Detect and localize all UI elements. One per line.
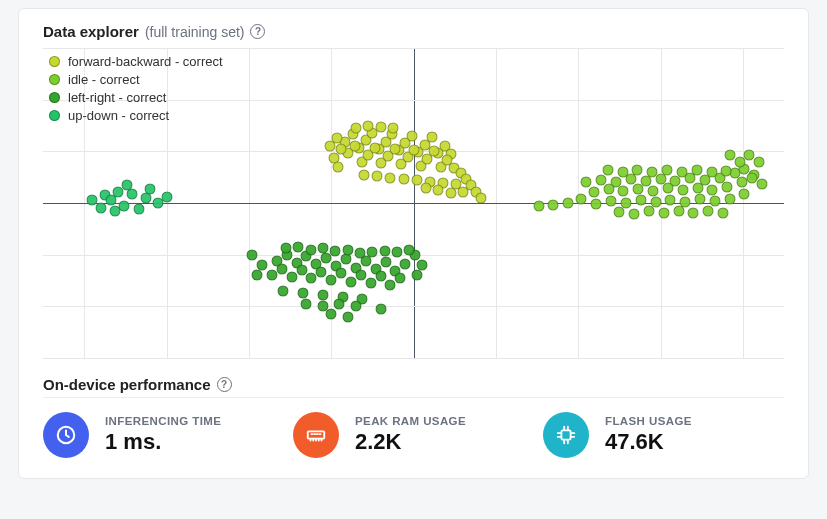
data-point[interactable]: [707, 184, 718, 195]
data-point[interactable]: [658, 208, 669, 219]
data-point[interactable]: [643, 205, 654, 216]
data-point[interactable]: [618, 186, 629, 197]
data-point[interactable]: [676, 167, 687, 178]
data-point[interactable]: [336, 268, 347, 279]
data-point[interactable]: [744, 150, 755, 161]
data-point[interactable]: [326, 274, 337, 285]
data-point[interactable]: [334, 298, 345, 309]
data-point[interactable]: [721, 165, 732, 176]
data-point[interactable]: [145, 183, 156, 194]
data-point[interactable]: [385, 279, 396, 290]
data-point[interactable]: [392, 247, 403, 258]
data-point[interactable]: [533, 201, 544, 212]
data-point[interactable]: [332, 161, 343, 172]
data-point[interactable]: [754, 156, 765, 167]
data-point[interactable]: [280, 243, 291, 254]
data-point[interactable]: [476, 192, 487, 203]
data-point[interactable]: [756, 179, 767, 190]
data-point[interactable]: [734, 156, 745, 167]
data-point[interactable]: [588, 186, 599, 197]
legend-item[interactable]: up-down - correct: [49, 108, 223, 123]
data-point[interactable]: [375, 121, 386, 132]
data-point[interactable]: [298, 287, 309, 298]
data-point[interactable]: [718, 208, 729, 219]
data-point[interactable]: [633, 183, 644, 194]
data-point[interactable]: [576, 193, 587, 204]
data-point[interactable]: [305, 244, 316, 255]
data-point[interactable]: [420, 182, 431, 193]
data-point[interactable]: [317, 243, 328, 254]
data-point[interactable]: [722, 181, 733, 192]
data-point[interactable]: [724, 193, 735, 204]
data-point[interactable]: [691, 164, 702, 175]
data-point[interactable]: [629, 209, 640, 220]
data-point[interactable]: [306, 273, 317, 284]
scatter-chart[interactable]: forward-backward - correctidle - correct…: [43, 48, 784, 358]
data-point[interactable]: [445, 187, 456, 198]
data-point[interactable]: [342, 311, 353, 322]
data-point[interactable]: [695, 194, 706, 205]
data-point[interactable]: [677, 185, 688, 196]
data-point[interactable]: [433, 184, 444, 195]
data-point[interactable]: [369, 142, 380, 153]
data-point[interactable]: [379, 245, 390, 256]
data-point[interactable]: [257, 260, 268, 271]
data-point[interactable]: [647, 167, 658, 178]
data-point[interactable]: [355, 269, 366, 280]
data-point[interactable]: [591, 199, 602, 210]
data-point[interactable]: [350, 141, 361, 152]
data-point[interactable]: [109, 205, 120, 216]
data-point[interactable]: [266, 270, 277, 281]
data-point[interactable]: [385, 172, 396, 183]
data-point[interactable]: [548, 200, 559, 211]
data-point[interactable]: [380, 257, 391, 268]
data-point[interactable]: [367, 246, 378, 257]
data-point[interactable]: [662, 183, 673, 194]
data-point[interactable]: [617, 167, 628, 178]
data-point[interactable]: [739, 189, 750, 200]
help-icon[interactable]: ?: [217, 377, 232, 392]
data-point[interactable]: [703, 205, 714, 216]
data-point[interactable]: [301, 298, 312, 309]
data-point[interactable]: [276, 263, 287, 274]
data-point[interactable]: [606, 195, 617, 206]
data-point[interactable]: [252, 270, 263, 281]
data-point[interactable]: [95, 203, 106, 214]
data-point[interactable]: [395, 272, 406, 283]
data-point[interactable]: [342, 244, 353, 255]
data-point[interactable]: [692, 182, 703, 193]
data-point[interactable]: [375, 303, 386, 314]
legend-item[interactable]: left-right - correct: [49, 90, 223, 105]
data-point[interactable]: [406, 130, 417, 141]
data-point[interactable]: [316, 266, 327, 277]
data-point[interactable]: [426, 132, 437, 143]
data-point[interactable]: [247, 249, 258, 260]
data-point[interactable]: [688, 208, 699, 219]
data-point[interactable]: [457, 186, 468, 197]
data-point[interactable]: [429, 146, 440, 157]
data-point[interactable]: [635, 195, 646, 206]
data-point[interactable]: [278, 285, 289, 296]
legend-item[interactable]: idle - correct: [49, 72, 223, 87]
data-point[interactable]: [662, 164, 673, 175]
data-point[interactable]: [724, 150, 735, 161]
data-point[interactable]: [326, 309, 337, 320]
data-point[interactable]: [365, 278, 376, 289]
data-point[interactable]: [340, 254, 351, 265]
data-point[interactable]: [409, 145, 420, 156]
data-point[interactable]: [387, 122, 398, 133]
data-point[interactable]: [416, 260, 427, 271]
data-point[interactable]: [324, 141, 335, 152]
data-point[interactable]: [411, 270, 422, 281]
legend-item[interactable]: forward-backward - correct: [49, 54, 223, 69]
data-point[interactable]: [632, 164, 643, 175]
data-point[interactable]: [345, 276, 356, 287]
data-point[interactable]: [602, 164, 613, 175]
data-point[interactable]: [648, 185, 659, 196]
data-point[interactable]: [375, 271, 386, 282]
data-point[interactable]: [398, 173, 409, 184]
data-point[interactable]: [296, 265, 307, 276]
data-point[interactable]: [161, 191, 172, 202]
data-point[interactable]: [563, 198, 574, 209]
data-point[interactable]: [614, 207, 625, 218]
